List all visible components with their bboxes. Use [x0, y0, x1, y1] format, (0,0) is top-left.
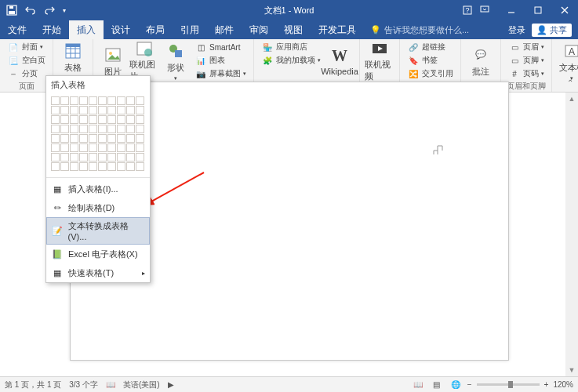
- shapes-button[interactable]: 形状▾: [161, 41, 191, 82]
- hyperlink-icon: 🔗: [407, 41, 420, 53]
- tab-layout[interactable]: 布局: [138, 20, 173, 39]
- qat-customize[interactable]: ▾: [60, 2, 69, 19]
- tell-me-search[interactable]: 💡 告诉我您想要做什么...: [370, 24, 469, 36]
- textbox-button[interactable]: A文本框▾: [557, 41, 578, 82]
- zoom-slider[interactable]: [477, 383, 540, 386]
- insert-table-icon: ▦: [51, 183, 64, 195]
- tab-design[interactable]: 设计: [104, 20, 138, 39]
- page-break-button[interactable]: ⎓分页: [5, 67, 48, 80]
- excel-spreadsheet-item[interactable]: 📗Excel 电子表格(X): [46, 245, 150, 263]
- svg-rect-5: [481, 6, 489, 12]
- hyperlink-button[interactable]: 🔗超链接: [405, 41, 456, 53]
- draw-table-icon: ✏: [51, 201, 64, 214]
- chart-icon: 📊: [194, 54, 207, 67]
- store-icon: 🏪: [261, 41, 274, 53]
- web-layout-button[interactable]: 🌐: [449, 379, 463, 390]
- comment-icon: 💬: [471, 45, 490, 64]
- footer-button[interactable]: ▭页脚▾: [506, 54, 547, 67]
- save-button[interactable]: [3, 2, 20, 19]
- svg-rect-1: [9, 11, 15, 14]
- my-addins-button[interactable]: 🧩我的加载项▾: [259, 54, 323, 67]
- collapse-ribbon-button[interactable]: ⌃: [567, 78, 573, 87]
- redo-button[interactable]: [41, 2, 58, 19]
- wikipedia-button[interactable]: WWikipedia: [325, 41, 354, 82]
- blank-page-button[interactable]: 📃空白页: [5, 54, 48, 67]
- convert-icon: 📝: [51, 225, 64, 238]
- proofing-icon[interactable]: 📖: [106, 380, 115, 389]
- chevron-right-icon: ▸: [142, 270, 145, 277]
- draw-table-item[interactable]: ✏绘制表格(D): [46, 198, 150, 217]
- online-video-button[interactable]: 联机视频: [365, 41, 394, 82]
- undo-button[interactable]: [22, 2, 39, 19]
- zoom-in-button[interactable]: +: [544, 380, 549, 389]
- wikipedia-icon: W: [330, 46, 349, 65]
- zoom-out-button[interactable]: −: [467, 380, 472, 389]
- crossref-button[interactable]: 🔀交叉引用: [405, 67, 456, 80]
- maximize-button[interactable]: [525, 0, 551, 20]
- table-dropdown-menu: 插入表格 ▦插入表格(I)... ✏绘制表格(D) 📝文本转换成表格(V)...…: [45, 75, 151, 283]
- svg-rect-21: [175, 50, 182, 57]
- table-grid-picker[interactable]: [46, 94, 150, 176]
- group-label-pages: 页面: [5, 80, 48, 93]
- svg-text:?: ?: [465, 6, 469, 14]
- window-title: 文档1 - Word: [264, 5, 314, 16]
- online-pictures-icon: [135, 40, 154, 57]
- svg-point-19: [144, 49, 152, 56]
- store-button[interactable]: 🏪应用商店: [259, 41, 323, 53]
- tab-review[interactable]: 审阅: [242, 20, 276, 39]
- ribbon-options-button[interactable]: [471, 0, 498, 20]
- close-button[interactable]: [551, 0, 578, 20]
- pagenum-button[interactable]: #页码▾: [506, 67, 547, 80]
- minimize-button[interactable]: [498, 0, 525, 20]
- scroll-down-button[interactable]: ▼: [565, 364, 578, 376]
- pagenum-icon: #: [508, 67, 521, 80]
- word-count[interactable]: 3/3 个字: [69, 379, 98, 390]
- excel-icon: 📗: [51, 248, 64, 260]
- tab-view[interactable]: 视图: [276, 20, 311, 39]
- bookmark-button[interactable]: 🔖书签: [405, 54, 456, 67]
- addins-icon: 🧩: [261, 54, 274, 67]
- macro-icon[interactable]: ▶: [168, 380, 174, 389]
- smartart-button[interactable]: ◫SmartArt: [192, 41, 249, 53]
- quick-tables-item[interactable]: ▦快速表格(T)▸: [46, 263, 150, 282]
- svg-rect-15: [66, 44, 80, 47]
- group-label-headerfooter: 页眉和页脚: [506, 80, 547, 93]
- paragraph-mark-icon: [433, 145, 444, 156]
- print-layout-button[interactable]: ▤: [430, 379, 444, 390]
- login-link[interactable]: 登录: [508, 24, 525, 36]
- svg-text:A: A: [569, 46, 575, 57]
- screenshot-button[interactable]: 📷屏幕截图▾: [192, 67, 249, 80]
- tab-insert[interactable]: 插入: [69, 20, 104, 39]
- cover-page-button[interactable]: 📄封面▾: [5, 41, 48, 53]
- insert-table-item[interactable]: ▦插入表格(I)...: [46, 180, 150, 198]
- vertical-scrollbar[interactable]: ▲ ▼: [565, 93, 578, 376]
- zoom-level[interactable]: 120%: [553, 380, 573, 389]
- tab-developer[interactable]: 开发工具: [311, 20, 364, 39]
- textbox-icon: A: [562, 42, 578, 60]
- comment-button[interactable]: 💬批注: [466, 41, 496, 82]
- svg-rect-7: [535, 7, 541, 13]
- convert-text-to-table-item[interactable]: 📝文本转换成表格(V)...: [46, 217, 150, 245]
- language[interactable]: 英语(美国): [123, 379, 160, 390]
- header-button[interactable]: ▭页眉▾: [506, 41, 547, 53]
- crossref-icon: 🔀: [407, 67, 420, 80]
- share-button[interactable]: 👤共享: [532, 24, 572, 37]
- page-break-icon: ⎓: [7, 67, 20, 80]
- share-icon: 👤: [536, 25, 547, 35]
- chart-button[interactable]: 📊图表: [192, 54, 249, 67]
- tab-mailings[interactable]: 邮件: [207, 20, 242, 39]
- read-mode-button[interactable]: 📖: [411, 379, 425, 390]
- table-icon: [64, 42, 82, 60]
- smartart-icon: ◫: [194, 41, 207, 53]
- picture-icon: [104, 45, 122, 64]
- quick-tables-icon: ▦: [51, 267, 64, 279]
- tab-references[interactable]: 引用: [173, 20, 207, 39]
- header-icon: ▭: [508, 41, 521, 53]
- svg-point-17: [109, 52, 112, 55]
- page-count[interactable]: 第 1 页，共 1 页: [5, 379, 61, 390]
- tab-home[interactable]: 开始: [35, 20, 69, 39]
- bookmark-icon: 🔖: [407, 54, 420, 67]
- tab-file[interactable]: 文件: [0, 20, 35, 39]
- lightbulb-icon: 💡: [370, 25, 381, 35]
- scroll-up-button[interactable]: ▲: [565, 93, 578, 105]
